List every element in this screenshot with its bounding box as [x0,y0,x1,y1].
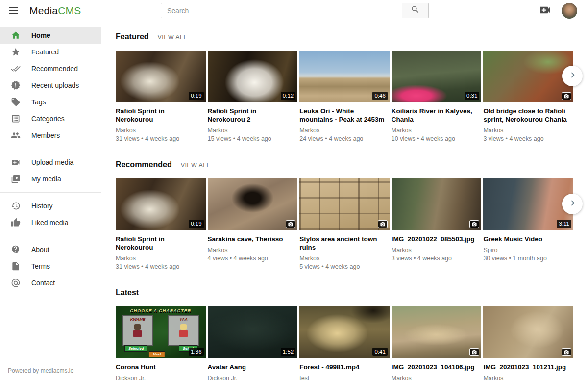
cards-row: CHOOSE A CHARACTERKWAMESelectedYAASelect… [116,306,573,380]
media-thumbnail[interactable]: CHOOSE A CHARACTERKWAMESelectedYAASelect… [116,306,206,358]
media-thumbnail[interactable]: 0:31 [392,51,482,102]
media-author[interactable]: test [299,375,385,380]
media-card-info: Rafioli Sprint in NerokourouMarkos31 vie… [116,230,206,272]
media-card[interactable]: 0:19Rafioli Sprint in NerokourouMarkos31… [116,51,206,144]
sidebar-item-recent-uploads[interactable]: Recent uploads [0,77,101,94]
next-arrow-button[interactable] [562,194,583,214]
media-thumbnail[interactable] [299,178,390,230]
media-author[interactable]: Markos [392,375,477,380]
media-card-info: Koiliaris River in Kalyves, ChaniaMarkos… [392,102,482,144]
sidebar-item-about[interactable]: About [0,241,101,258]
at-icon [11,278,21,288]
media-thumbnail[interactable] [483,306,573,358]
media-title[interactable]: Stylos area ancient town ruins [299,235,385,252]
media-title[interactable]: Forest - 49981.mp4 [299,363,385,371]
media-title[interactable]: Corona Hunt [116,363,201,371]
sidebar-item-tags[interactable]: Tags [0,94,101,110]
sidebar-item-members[interactable]: Members [0,127,101,144]
media-author[interactable]: Markos [116,255,201,262]
sidebar-item-upload-media[interactable]: Upload media [0,154,101,171]
media-author[interactable]: Markos [483,375,568,380]
search-input[interactable] [161,3,402,18]
media-thumbnail[interactable]: 3:11 [483,178,573,230]
media-thumbnail[interactable]: 0:46 [299,51,390,102]
media-thumbnail[interactable]: 1:52 [208,306,298,358]
sidebar-item-home[interactable]: Home [0,27,101,44]
camera-icon [564,350,569,356]
sidebar-item-my-media[interactable]: My media [0,171,101,187]
sidebar-item-terms[interactable]: Terms [0,258,101,275]
media-card-info: Avatar AangDickson Jr.12 views • 1 week … [208,358,298,380]
sidebar-item-label: Members [31,131,60,139]
media-title[interactable]: Rafioli Sprint in Nerokourou 2 [208,107,293,124]
media-title[interactable]: Koiliaris River in Kalyves, Chania [392,107,477,124]
media-thumbnail[interactable]: 0:19 [116,51,206,102]
media-title[interactable]: Leuka Ori - White mountains - Peak at 24… [299,107,385,124]
media-card[interactable]: Sarakina cave, TherissoMarkos4 views • 4… [208,178,298,272]
chevron-right-icon [567,198,577,210]
section-title: Recommended [116,160,172,169]
media-author[interactable]: Markos [483,127,568,134]
game-button: Selected [124,345,147,352]
media-author[interactable]: Markos [208,127,293,134]
media-title[interactable]: Old bridge close to Rafioli sprint, Nero… [483,107,568,124]
app-logo[interactable]: MediaCMS [29,5,81,17]
sidebar-item-liked-media[interactable]: Liked media [0,214,101,231]
view-all-link-featured[interactable]: VIEW ALL [158,34,187,41]
sidebar-item-contact[interactable]: Contact [0,275,101,291]
media-thumbnail[interactable] [392,178,482,230]
media-title[interactable]: IMG_20201023_104106.jpg [392,363,477,371]
media-author[interactable]: Markos [116,127,201,134]
media-meta: 3 views • 4 weeks ago [483,135,568,142]
media-title[interactable]: IMG_20201022_085503.jpg [392,235,477,243]
media-thumbnail[interactable]: 0:41 [299,306,390,358]
media-card[interactable]: Stylos area ancient town ruinsMarkos5 vi… [299,178,390,272]
game-button: Next [149,351,165,357]
media-card[interactable]: IMG_20201023_101211.jpgMarkos4 views • 4… [483,306,573,380]
media-card[interactable]: IMG_20201023_104106.jpgMarkos4 views • 4… [392,306,482,380]
view-all-link-recommended[interactable]: VIEW ALL [181,162,210,169]
next-arrow-button[interactable] [562,66,583,86]
media-thumbnail[interactable] [392,306,482,358]
media-title[interactable]: Sarakina cave, Therisso [208,235,293,243]
media-card[interactable]: IMG_20201022_085503.jpgMarkos3 views • 4… [392,178,482,272]
media-card[interactable]: 0:31Koiliaris River in Kalyves, ChaniaMa… [392,51,482,144]
media-card[interactable]: 1:52Avatar AangDickson Jr.12 views • 1 w… [208,306,298,380]
upload-media-button[interactable] [539,3,552,19]
media-author[interactable]: Markos [392,247,477,253]
media-card[interactable]: 0:46Leuka Ori - White mountains - Peak a… [299,51,390,144]
media-meta: 31 views • 4 weeks ago [116,135,201,142]
media-thumbnail[interactable]: 0:19 [116,178,206,230]
media-title[interactable]: Avatar Aang [208,363,293,371]
user-avatar[interactable] [562,3,577,19]
sidebar-item-label: Upload media [31,158,74,166]
media-author[interactable]: Dickson Jr. [208,375,293,380]
search-button[interactable] [402,3,429,18]
media-author[interactable]: Markos [299,127,385,134]
menu-button[interactable] [4,1,24,21]
media-title[interactable]: Rafioli Sprint in Nerokourou [116,235,201,252]
sidebar-item-categories[interactable]: Categories [0,110,101,127]
media-card[interactable]: 3:11Greek Music VideoSpiro30 views • 1 m… [483,178,573,272]
media-card[interactable]: 0:19Rafioli Sprint in NerokourouMarkos31… [116,178,206,272]
media-thumbnail[interactable] [483,51,573,102]
media-card[interactable]: 0:41Forest - 49981.mp4test17 views • 3 w… [299,306,390,380]
sidebar-item-recommended[interactable]: Recommended [0,60,101,77]
media-thumbnail[interactable] [208,178,298,230]
media-title[interactable]: Rafioli Sprint in Nerokourou [116,107,201,124]
media-card-info: Old bridge close to Rafioli sprint, Nero… [483,102,573,144]
sidebar-item-history[interactable]: History [0,198,101,214]
chevron-right-icon [567,70,577,82]
media-author[interactable]: Markos [208,247,293,253]
media-author[interactable]: Markos [299,255,385,262]
media-title[interactable]: IMG_20201023_101211.jpg [483,363,568,371]
media-author[interactable]: Dickson Jr. [116,375,201,380]
media-title[interactable]: Greek Music Video [483,235,568,243]
media-author[interactable]: Spiro [483,247,568,253]
media-thumbnail[interactable]: 0:12 [208,51,298,102]
media-card[interactable]: CHOOSE A CHARACTERKWAMESelectedYAASelect… [116,306,206,380]
media-author[interactable]: Markos [392,127,477,134]
media-card[interactable]: Old bridge close to Rafioli sprint, Nero… [483,51,573,144]
media-card[interactable]: 0:12Rafioli Sprint in Nerokourou 2Markos… [208,51,298,144]
sidebar-item-featured[interactable]: Featured [0,44,101,60]
